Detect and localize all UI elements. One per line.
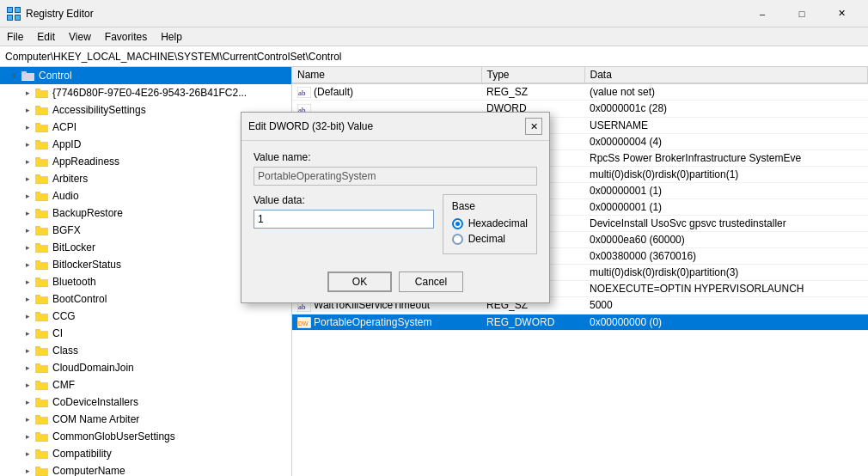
svg-rect-52	[35, 314, 48, 320]
tree-expander-commonglobuser[interactable]: ▸	[21, 430, 34, 443]
tree-label-bgfx: BGFX	[52, 224, 81, 236]
folder-icon-ci	[34, 326, 48, 340]
radio-hex-indicator	[452, 218, 463, 229]
value-name-input[interactable]	[254, 167, 537, 186]
svg-rect-10	[21, 73, 34, 80]
tree-expander-computername[interactable]: ▸	[21, 464, 34, 476]
folder-icon-bootcontrol	[34, 292, 48, 306]
tree-expander-bootcontrol[interactable]: ▸	[21, 292, 34, 306]
svg-rect-6	[8, 15, 12, 20]
tree-expander-control[interactable]: ▾	[7, 69, 21, 82]
tree-expander-accessibility[interactable]: ▸	[21, 103, 34, 117]
radio-hexadecimal[interactable]: Hexadecimal	[452, 217, 528, 229]
tree-item-cmf[interactable]: ▸ CMF	[0, 376, 291, 394]
svg-rect-5	[15, 8, 20, 12]
value-data-label: Value data:	[254, 194, 434, 206]
col-type: Type	[481, 67, 584, 83]
value-data-input[interactable]	[254, 210, 434, 229]
tree-label-computername: ComputerName	[52, 465, 125, 476]
cell-data: NOEXECUTE=OPTIN HYPERVISORLAUNCH	[584, 281, 868, 297]
address-path: Computer\HKEY_LOCAL_MACHINE\SYSTEM\Curre…	[5, 51, 341, 63]
minimize-button[interactable]: –	[743, 0, 782, 27]
tree-item-clouddomainjoin[interactable]: ▸ CloudDomainJoin	[0, 359, 291, 376]
radio-decimal[interactable]: Decimal	[452, 233, 528, 245]
tree-item-ccg[interactable]: ▸ CCG	[0, 308, 291, 325]
tree-expander-bgfx[interactable]: ▸	[21, 223, 34, 237]
svg-rect-67	[35, 400, 48, 406]
table-row[interactable]: DWPortableOperatingSystemREG_DWORD0x0000…	[292, 314, 868, 330]
modal-value-col: Value data:	[254, 194, 434, 234]
svg-rect-64	[35, 382, 48, 389]
tree-expander-codeviceinstallers[interactable]: ▸	[21, 395, 34, 409]
tree-expander-acpi[interactable]: ▸	[21, 120, 34, 134]
menu-favorites[interactable]: Favorites	[98, 29, 154, 45]
tree-label-cmf: CMF	[52, 379, 75, 391]
tree-expander-arbiters[interactable]: ▸	[21, 172, 34, 186]
modal-title-bar: Edit DWORD (32-bit) Value ✕	[241, 113, 549, 141]
tree-label-bitlocker: BitLocker	[52, 241, 95, 253]
tree-item-commonglobuser[interactable]: ▸ CommonGlobUserSettings	[0, 428, 291, 445]
radio-dec-indicator	[452, 234, 463, 245]
tree-item-7746[interactable]: ▸ {7746D80F-97E0-4E26-9543-26B41FC2...	[0, 84, 291, 101]
tree-expander-ccg[interactable]: ▸	[21, 309, 34, 323]
menu-edit[interactable]: Edit	[30, 29, 62, 45]
tree-expander-bitlocker[interactable]: ▸	[21, 241, 34, 254]
menu-help[interactable]: Help	[154, 29, 189, 45]
svg-rect-31	[35, 193, 48, 200]
ok-button[interactable]: OK	[327, 272, 392, 292]
radio-dec-label: Decimal	[468, 233, 505, 245]
tree-expander-7746[interactable]: ▸	[21, 86, 34, 100]
folder-icon-ccg	[34, 309, 48, 323]
modal-title: Edit DWORD (32-bit) Value	[248, 120, 373, 132]
tree-expander-appreadiness[interactable]: ▸	[21, 155, 34, 168]
tree-expander-class[interactable]: ▸	[21, 344, 34, 357]
tree-item-ci[interactable]: ▸ CI	[0, 325, 291, 342]
maximize-button[interactable]: □	[782, 0, 822, 27]
value-name-label: Value name:	[254, 151, 537, 163]
svg-rect-22	[35, 142, 48, 149]
tree-expander-cmf[interactable]: ▸	[21, 378, 34, 392]
menu-view[interactable]: View	[62, 29, 98, 45]
col-name: Name	[292, 67, 481, 83]
tree-label-arbiters: Arbiters	[52, 173, 88, 185]
tree-item-codeviceinstallers[interactable]: ▸ CoDeviceInstallers	[0, 394, 291, 411]
tree-expander-compatibility[interactable]: ▸	[21, 447, 34, 461]
menu-file[interactable]: File	[0, 29, 30, 45]
address-bar: Computer\HKEY_LOCAL_MACHINE\SYSTEM\Curre…	[0, 46, 868, 67]
cell-data: 0x00000000 (0)	[584, 314, 868, 330]
cancel-button[interactable]: Cancel	[399, 272, 463, 292]
tree-expander-bluetooth[interactable]: ▸	[21, 275, 34, 289]
svg-rect-70	[35, 417, 48, 424]
tree-item-computername[interactable]: ▸ ComputerName	[0, 462, 291, 476]
tree-expander-clouddomainjoin[interactable]: ▸	[21, 361, 34, 375]
close-button[interactable]: ✕	[822, 0, 861, 27]
tree-expander-ci[interactable]: ▸	[21, 326, 34, 340]
folder-icon-acpi	[34, 120, 48, 134]
tree-expander-backuprestore[interactable]: ▸	[21, 206, 34, 220]
folder-icon-cmf	[34, 378, 48, 392]
tree-item-compatibility[interactable]: ▸ Compatibility	[0, 445, 291, 462]
tree-expander-appid[interactable]: ▸	[21, 137, 34, 151]
cell-data: 0x00000004 (4)	[584, 133, 868, 150]
tree-expander-audio[interactable]: ▸	[21, 189, 34, 203]
tree-item-comnamearb[interactable]: ▸ COM Name Arbiter	[0, 411, 291, 428]
svg-text:ab: ab	[298, 302, 306, 311]
tree-expander-bitlockerstatus[interactable]: ▸	[21, 258, 34, 272]
table-row[interactable]: ab(Default)REG_SZ(value not set)	[292, 83, 868, 101]
svg-rect-16	[35, 107, 48, 114]
tree-expander-comnamearb[interactable]: ▸	[21, 412, 34, 426]
tree-item-class[interactable]: ▸ Class	[0, 342, 291, 359]
folder-icon-bitlockerstatus	[34, 258, 48, 272]
cell-data: DeviceInstall UsoSvc gpsvc trustedinstal…	[584, 215, 868, 231]
tree-item-control[interactable]: ▾ Control	[0, 67, 291, 84]
svg-text:ab: ab	[298, 88, 306, 97]
svg-rect-73	[35, 434, 48, 441]
radio-hex-dot	[455, 222, 460, 226]
svg-rect-40	[35, 245, 48, 252]
folder-icon-accessibility	[34, 103, 48, 117]
modal-close-button[interactable]: ✕	[525, 118, 542, 135]
folder-icon-bgfx	[34, 223, 48, 237]
tree-label-control: Control	[39, 70, 72, 82]
svg-rect-34	[35, 211, 48, 217]
folder-icon-comnamearb	[34, 412, 48, 426]
